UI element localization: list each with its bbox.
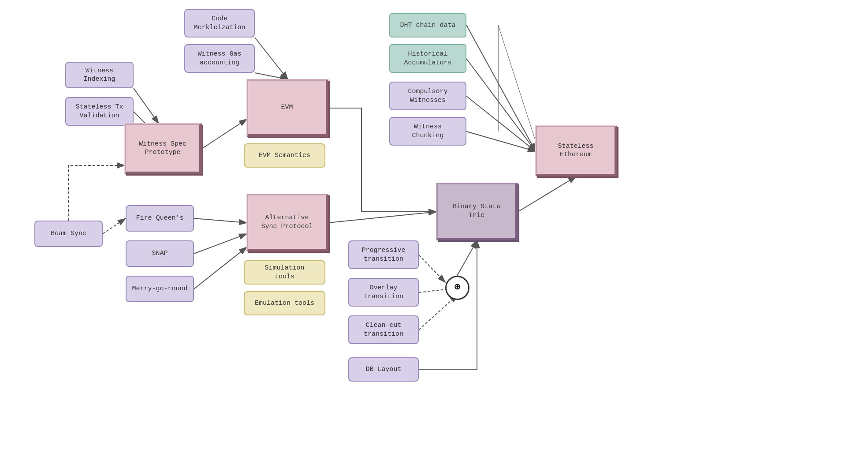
evm-semantics: EVM Semantics — [244, 143, 325, 168]
overlay-trans: Overlay transition — [348, 278, 419, 307]
stateless-tx: Stateless Tx Validation — [65, 97, 134, 126]
svg-line-10 — [328, 212, 436, 223]
witness-indexing: Witness Indexing — [65, 62, 134, 88]
svg-line-7 — [466, 96, 536, 151]
evm: EVM — [247, 79, 328, 137]
svg-line-5 — [466, 25, 536, 151]
svg-line-12 — [194, 234, 247, 254]
progressive-trans: Progressive transition — [348, 240, 419, 269]
svg-line-11 — [194, 218, 247, 223]
svg-line-2 — [134, 88, 159, 124]
svg-line-13 — [194, 247, 247, 289]
witness-gas: Witness Gas accounting — [184, 44, 255, 73]
emulation-tools: Emulation tools — [244, 291, 325, 315]
db-layout: DB Layout — [348, 357, 419, 382]
svg-line-20 — [498, 25, 536, 141]
dht-chain: DHT chain data — [389, 13, 466, 37]
historical-acc: Historical Accumulators — [389, 44, 466, 73]
svg-line-6 — [466, 59, 536, 151]
svg-line-9 — [518, 176, 576, 212]
fire-queens: Fire Queen's — [126, 205, 194, 232]
svg-line-17 — [419, 295, 458, 330]
svg-line-15 — [419, 255, 445, 282]
code-merkle: Code Merkleization — [184, 9, 255, 37]
beam-sync: Beam Sync — [34, 221, 103, 247]
svg-line-0 — [255, 37, 288, 79]
svg-line-14 — [103, 218, 126, 234]
svg-line-8 — [466, 131, 536, 151]
witness-chunk: Witness Chunking — [389, 117, 466, 146]
stateless-eth: Stateless Ethereum — [536, 126, 617, 176]
simulation-tools: Simulation tools — [244, 260, 325, 285]
svg-line-4 — [202, 119, 247, 149]
binary-state: Binary State Trie — [436, 183, 518, 240]
merry-go-round: Merry-go-round — [126, 276, 194, 302]
svg-line-18 — [457, 240, 477, 276]
clean-cut-trans: Clean-cut transition — [348, 315, 419, 344]
snap: SNAP — [126, 240, 194, 267]
svg-line-1 — [255, 73, 288, 79]
alt-sync: Alternative Sync Protocol — [247, 194, 328, 251]
compulsory-wit: Compulsory Witnesses — [389, 82, 466, 110]
witness-spec: Witness Spec Prototype — [125, 124, 202, 174]
diagram-container: Code MerkleizationWitness Gas accounting… — [0, 0, 868, 472]
xor-circle: ⊕ — [445, 276, 469, 300]
